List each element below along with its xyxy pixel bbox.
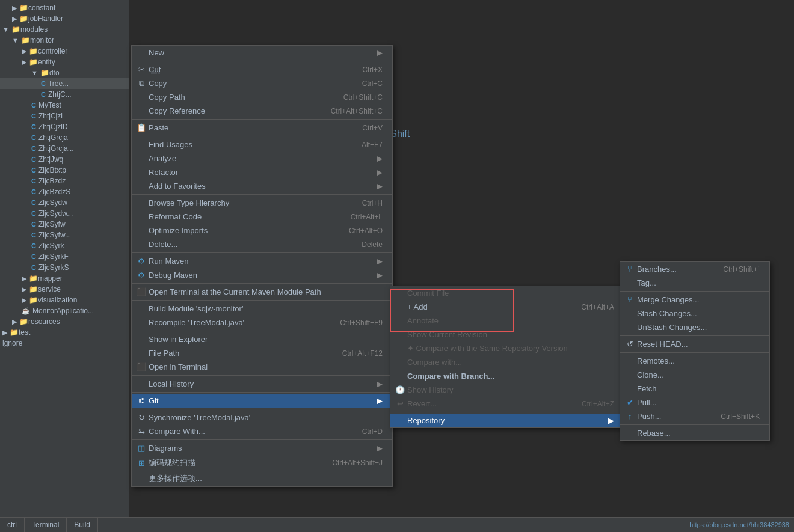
menu-item-build-module[interactable]: Build Module 'sqjw-monitor' — [132, 302, 392, 316]
repo-separator-3 — [620, 352, 769, 353]
context-menu-repo: ⑂ Branches... Ctrl+Shift+` Tag... ⑂ Merg… — [620, 261, 770, 441]
separator-2 — [132, 119, 392, 120]
git-menu-compare-same[interactable]: ✦ Compare with the Same Repository Versi… — [390, 341, 624, 355]
git-menu-show-history[interactable]: 🕐 Show History — [390, 383, 624, 397]
separator-3 — [132, 136, 392, 136]
menu-item-more[interactable]: 更多操作选项... — [132, 471, 392, 486]
tree-item-treemodal[interactable]: C Tree... — [0, 78, 129, 89]
menu-item-open-in-terminal[interactable]: ⬛ Open in Terminal — [132, 360, 392, 374]
repo-menu-branches[interactable]: ⑂ Branches... Ctrl+Shift+` — [620, 262, 769, 276]
menu-item-paste[interactable]: 📋 Paste Ctrl+V — [132, 121, 392, 135]
menu-item-code-scan[interactable]: ⊞ 编码规约扫描 Ctrl+Alt+Shift+J — [132, 455, 392, 471]
git-menu-show-revision[interactable]: Show Current Revision — [390, 328, 624, 341]
separator-4 — [132, 194, 392, 195]
menu-item-reformat[interactable]: Reformat Code Ctrl+Alt+L — [132, 210, 392, 224]
menu-item-copy-path[interactable]: Copy Path Ctrl+Shift+C — [132, 90, 392, 104]
tree-item-monitor-app[interactable]: ☕ MonitorApplicatio... — [0, 305, 129, 316]
repo-menu-merge[interactable]: ⑂ Merge Changes... — [620, 293, 769, 307]
menu-item-diagrams[interactable]: ◫ Diagrams ▶ — [132, 441, 392, 455]
menu-item-add-favorites[interactable]: Add to Favorites ▶ — [132, 179, 392, 193]
tree-item-controller[interactable]: ▶ 📁 controller — [0, 46, 129, 57]
tree-item-service[interactable]: ▶ 📁 service — [0, 284, 129, 295]
git-menu-revert[interactable]: ↩ Revert... Ctrl+Alt+Z — [390, 397, 624, 411]
git-menu-compare-branch[interactable]: Compare with Branch... — [390, 369, 624, 383]
separator-5 — [132, 252, 392, 253]
tree-item-zljcsyrkf[interactable]: C ZljcSyrkF — [0, 251, 129, 262]
menu-item-recompile[interactable]: Recompile 'TreeModal.java' Ctrl+Shift+F9 — [132, 316, 392, 329]
tree-item-test[interactable]: ▶ 📁 test — [0, 327, 129, 338]
tree-item-zljcsyrk[interactable]: C ZljcSyrk — [0, 240, 129, 251]
git-menu-repository[interactable]: Repository ▶ — [390, 414, 624, 427]
menu-item-debug-maven[interactable]: ⚙ Debug Maven ▶ — [132, 268, 392, 282]
repo-menu-tag[interactable]: Tag... — [620, 276, 769, 290]
tree-item-zljcbzdz[interactable]: C ZljcBzdz — [0, 176, 129, 186]
tree-item-constant[interactable]: ▶ 📁 constant — [0, 2, 129, 13]
git-separator — [390, 412, 624, 412]
git-menu-compare-with[interactable]: Compare with... — [390, 355, 624, 369]
tree-item-ignore[interactable]: ignore — [0, 338, 129, 349]
tree-item-zljcsyfw[interactable]: C ZljcSyfw — [0, 219, 129, 230]
tree-item-monitor[interactable]: ▼ 📁 monitor — [0, 35, 129, 46]
repo-menu-fetch[interactable]: Fetch — [620, 382, 769, 396]
menu-item-cut[interactable]: ✂ Cut Ctrl+X — [132, 63, 392, 76]
menu-item-file-path[interactable]: File Path Ctrl+Alt+F12 — [132, 346, 392, 360]
repo-menu-rebase[interactable]: Rebase... — [620, 426, 769, 440]
separator-9 — [132, 375, 392, 376]
tree-item-modules[interactable]: ▼ 📁 modules — [0, 24, 129, 35]
menu-item-browse-hierarchy[interactable]: Browse Type Hierarchy Ctrl+H — [132, 196, 392, 210]
menu-item-find-usages[interactable]: Find Usages Alt+F7 — [132, 138, 392, 151]
tree-item-zhtjcjzld[interactable]: C ZhtjCjzlD — [0, 121, 129, 132]
menu-item-copy[interactable]: ⧉ Copy Ctrl+C — [132, 76, 392, 90]
menu-item-new[interactable]: New ▶ — [132, 46, 392, 60]
menu-item-git[interactable]: ⑆ Git ▶ — [132, 394, 392, 408]
git-menu-commit-file[interactable]: Commit File — [390, 286, 624, 300]
tree-item-zhtjgrcja2[interactable]: C ZhtjGrcja... — [0, 143, 129, 154]
repo-menu-unstash[interactable]: UnStash Changes... — [620, 320, 769, 334]
tree-item-zljcsyrks[interactable]: C ZljcSyrkS — [0, 262, 129, 273]
bottom-tab-build[interactable]: Build — [67, 518, 98, 532]
repo-menu-reset-head[interactable]: ↺ Reset HEAD... — [620, 337, 769, 351]
git-menu-annotate[interactable]: Annotate — [390, 314, 624, 328]
menu-item-refactor[interactable]: Refactor ▶ — [132, 165, 392, 179]
tree-item-zljcbzdzs[interactable]: C ZljcBzdzS — [0, 186, 129, 197]
tree-item-zhtjcjzl[interactable]: C ZhtjCjzl — [0, 111, 129, 121]
menu-item-analyze[interactable]: Analyze ▶ — [132, 151, 392, 165]
menu-item-compare-with[interactable]: ⇆ Compare With... Ctrl+D — [132, 424, 392, 438]
tree-item-mapper[interactable]: ▶ 📁 mapper — [0, 273, 129, 284]
repo-menu-remotes[interactable]: Remotes... — [620, 354, 769, 368]
bottom-bar-url: https://blog.csdn.net/hht38432938 — [689, 521, 794, 528]
separator-8 — [132, 331, 392, 331]
tree-item-resources[interactable]: ▶ 📁 resources — [0, 316, 129, 327]
bottom-tab-terminal[interactable]: Terminal — [25, 518, 67, 532]
repo-menu-stash[interactable]: Stash Changes... — [620, 307, 769, 320]
menu-item-copy-reference[interactable]: Copy Reference Ctrl+Alt+Shift+C — [132, 104, 392, 118]
tree-item-visualization[interactable]: ▶ 📁 visualization — [0, 295, 129, 305]
repo-menu-push[interactable]: ↑ Push... Ctrl+Shift+K — [620, 409, 769, 423]
repo-menu-pull[interactable]: ✔ Pull... — [620, 396, 769, 409]
menu-item-local-history[interactable]: Local History ▶ — [132, 377, 392, 391]
menu-item-optimize-imports[interactable]: Optimize Imports Ctrl+Alt+O — [132, 224, 392, 237]
tree-item-zljcbtxtp[interactable]: C ZljcBtxtp — [0, 165, 129, 176]
menu-item-show-explorer[interactable]: Show in Explorer — [132, 332, 392, 346]
git-menu-add[interactable]: + Add Ctrl+Alt+A — [390, 300, 624, 314]
menu-item-run-maven[interactable]: ⚙ Run Maven ▶ — [132, 254, 392, 268]
tree-item-entity[interactable]: ▶ 📁 entity — [0, 57, 129, 67]
separator-1 — [132, 61, 392, 61]
repo-menu-clone[interactable]: Clone... — [620, 368, 769, 382]
bottom-bar: ctrl Terminal Build https://blog.csdn.ne… — [0, 517, 794, 532]
menu-item-open-terminal-maven[interactable]: ⬛ Open Terminal at the Current Maven Mod… — [132, 285, 392, 299]
tree-item-mytest[interactable]: C MyTest — [0, 100, 129, 111]
separator-7 — [132, 300, 392, 301]
tree-item-zljcsyfw2[interactable]: C ZljcSyfw... — [0, 230, 129, 240]
tree-item-zljcsydw[interactable]: C ZljcSydw — [0, 197, 129, 208]
bottom-tab-ctrl[interactable]: ctrl — [0, 518, 25, 532]
menu-item-delete[interactable]: Delete... Delete — [132, 237, 392, 251]
menu-item-synchronize[interactable]: ↻ Synchronize 'TreeModal.java' — [132, 411, 392, 424]
tree-item-dto[interactable]: ▼ 📁 dto — [0, 67, 129, 78]
tree-item-zhtjjwq[interactable]: C ZhtjJwq — [0, 154, 129, 165]
tree-item-zhtjc[interactable]: C ZhtjC... — [0, 89, 129, 100]
tree-item-jobhandler[interactable]: ▶ 📁 jobHandler — [0, 13, 129, 24]
file-tree-panel: ▶ 📁 constant ▶ 📁 jobHandler ▼ 📁 modules … — [0, 0, 129, 517]
tree-item-zhtjgrcja[interactable]: C ZhtjGrcja — [0, 132, 129, 143]
tree-item-zljcsydw2[interactable]: C ZljcSydw... — [0, 208, 129, 219]
